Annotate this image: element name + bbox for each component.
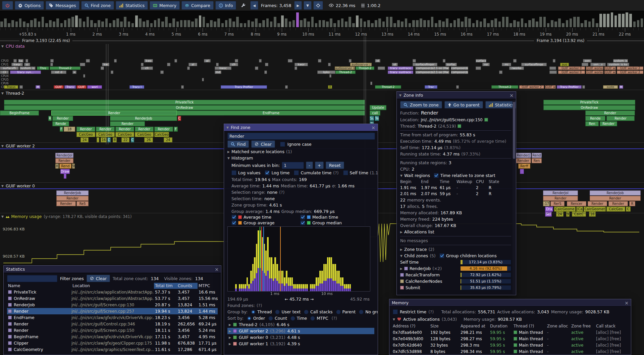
collapse-icon[interactable]: ▼: [393, 318, 395, 321]
memory-usage-header[interactable]: ▼▲▲Memory usage(y-range: 178.27 KB, visi…: [1, 214, 131, 219]
child-zones-section[interactable]: ▼ Child zones (5) Group children locatio…: [400, 253, 511, 259]
checkbox-box[interactable]: [265, 170, 270, 175]
zone-segment[interactable]: Render: [51, 110, 177, 116]
zone-segment[interactable]: Ren: [585, 121, 599, 126]
zone-segment[interactable]: [50, 63, 53, 66]
zone-segment[interactable]: RenderJob: [110, 116, 177, 121]
zone-segment[interactable]: auo: [560, 63, 569, 66]
zone-segment[interactable]: 8: [113, 137, 117, 142]
zone-segment[interactable]: syste: [603, 85, 618, 89]
expander-icon[interactable]: ▶: [229, 329, 231, 333]
active-allocations-section[interactable]: ▼ Active allocations (3,043) Memory usag…: [393, 316, 628, 323]
zone-segment[interactable]: system_is ke: [607, 63, 629, 66]
zone-segment[interactable]: Su: [370, 116, 374, 121]
allocation-row[interactable]: 0x7dfc42d64032 bytes298.3 ms59.95 sMain …: [393, 342, 628, 348]
radio-mtpc[interactable]: MTPC: [310, 316, 328, 321]
radio-circle[interactable]: [247, 316, 252, 321]
zone-segment[interactable]: id: [375, 59, 380, 62]
legend-group-average[interactable]: Group average: [231, 220, 300, 225]
radio-parent[interactable]: Parent: [336, 309, 356, 314]
zone-info-titlebar[interactable]: ▼ Zone info ×: [397, 92, 516, 99]
zone-segment[interactable]: Render: [115, 127, 134, 132]
zone-segment[interactable]: 9: [72, 164, 75, 169]
column-header-name[interactable]: Name: [7, 283, 71, 288]
zone-segment[interactable]: kwgr: [11, 63, 23, 66]
goto-frame-button[interactable]: [313, 1, 323, 10]
find-zone-search-input[interactable]: [227, 133, 375, 140]
zone-segment[interactable]: surfacefli: [0, 66, 19, 70]
collapse-icon[interactable]: ▼: [227, 157, 230, 160]
table-row[interactable]: Renderjni/../jni/src/guif/Control.cpp:34…: [7, 321, 218, 327]
checkbox-box[interactable]: [231, 170, 236, 175]
toolbar-button-options[interactable]: Options: [15, 1, 44, 10]
radio-circle[interactable]: [290, 316, 295, 321]
zone-segment[interactable]: GUIF worker 2: [617, 66, 643, 70]
clear-button[interactable]: Clear: [251, 140, 275, 148]
thread-header[interactable]: ▼GUIF worker 2: [1, 144, 35, 148]
checkbox-self-time[interactable]: Self time(1.16%): [343, 170, 378, 175]
prev-frame-button[interactable]: ◀: [250, 1, 258, 10]
zone-segment[interactable]: GUIF w: [604, 71, 616, 74]
zone-segment[interactable]: CalcGeo: [115, 132, 134, 137]
zone-segment[interactable]: M: [619, 85, 623, 89]
frame-down-button[interactable]: ▼: [304, 1, 312, 10]
zone-segment[interactable]: PrivateTick: [4, 100, 365, 105]
toolbar-button-info[interactable]: Info: [215, 1, 236, 10]
wait-regions-section[interactable]: ▼ Wait regions Time relative to zone sta…: [400, 172, 511, 179]
zone-segment[interactable]: rot_d: [51, 71, 66, 74]
zone-segment[interactable]: [97, 137, 99, 142]
collapse-icon[interactable]: ▼: [400, 174, 402, 177]
zone-segment[interactable]: cfr: [229, 63, 238, 66]
zone-segment[interactable]: [181, 85, 184, 89]
zone-segment[interactable]: R: [629, 201, 635, 206]
time-relative-checkbox[interactable]: [434, 173, 439, 178]
zone-segment[interactable]: Render: [606, 116, 635, 121]
zone-segment[interactable]: CalcGeomet: [584, 207, 606, 212]
checkbox-cumulate-time[interactable]: Cumulate time(?): [294, 170, 338, 175]
find-zone-titlebar[interactable]: ▼ Find zone ×: [224, 124, 378, 131]
zone-segment[interactable]: [13, 59, 17, 62]
zone-segment[interactable]: ot: [392, 63, 398, 66]
hint-icon[interactable]: (?): [428, 309, 434, 314]
zone-segment[interactable]: Trasys: [4, 85, 18, 89]
zone-segment[interactable]: worl: [87, 85, 102, 89]
zone-segment[interactable]: [187, 66, 190, 70]
table-row[interactable]: BeginFramejni/../jni/src/claw/gfx/drv/vk…: [7, 334, 218, 340]
zone-segment[interactable]: GUIF worke: [586, 66, 603, 70]
zone-segment[interactable]: Ren: [532, 158, 542, 163]
zone-segment[interactable]: surfacef: [476, 59, 486, 62]
zone-segment[interactable]: Tracy: [64, 85, 76, 89]
zone-segment[interactable]: Render: [56, 196, 89, 201]
wait-table-row[interactable]: 2.01 ms2.07 ms59 µs-2R: [400, 191, 511, 197]
hint-icon[interactable]: (?): [257, 303, 262, 308]
matched-source-locations[interactable]: ▶ Matched source locations (1): [227, 148, 374, 155]
statistics-titlebar[interactable]: Statistics ×: [4, 266, 221, 273]
toolbar-button-find-zone[interactable]: Find zone: [81, 1, 114, 10]
checkbox-box[interactable]: [294, 170, 299, 175]
zone-segment[interactable]: GUIF worker 0: [558, 66, 585, 70]
zone-segment[interactable]: 24: [164, 137, 172, 142]
expander-icon[interactable]: ▶: [227, 150, 230, 153]
radio-circle[interactable]: [251, 310, 256, 314]
zone-segment[interactable]: [167, 63, 170, 66]
zone-segment[interactable]: A: [328, 85, 332, 89]
zone-segment[interactable]: RerS: [550, 201, 565, 206]
zone-segment[interactable]: [265, 63, 268, 66]
decrease-button[interactable]: -: [306, 162, 313, 169]
go-to-parent-button[interactable]: Go to parent: [444, 101, 483, 108]
zone-segment[interactable]: [349, 59, 352, 62]
zone-segment[interactable]: [174, 59, 177, 62]
zone-segment[interactable]: BeginFrame: [0, 110, 39, 116]
zone-segment[interactable]: tracy_syn...: [10, 71, 41, 74]
zone-segment[interactable]: Rende: [52, 121, 69, 126]
thread-header[interactable]: ▼GUIF worker 0: [1, 184, 35, 188]
zone-segment[interactable]: Rend: [59, 164, 71, 169]
reset-button[interactable]: Reset: [326, 162, 344, 169]
zone-group-row[interactable]: ▶GUIF worker 2(3,296)4.61 s: [227, 328, 374, 334]
increase-button[interactable]: +: [315, 162, 324, 169]
table-row[interactable]: RenderJobjni/../jni/src/guif/Screen.cpp:…: [7, 302, 218, 308]
group-children-checkbox[interactable]: [439, 253, 444, 258]
radio-no-groupi[interactable]: No groupi: [359, 309, 378, 314]
table-row[interactable]: Renderjni/../jni/src/guif/Screen.cpp:257…: [7, 308, 218, 314]
zone-segment[interactable]: audioserver /aud: [335, 66, 355, 70]
